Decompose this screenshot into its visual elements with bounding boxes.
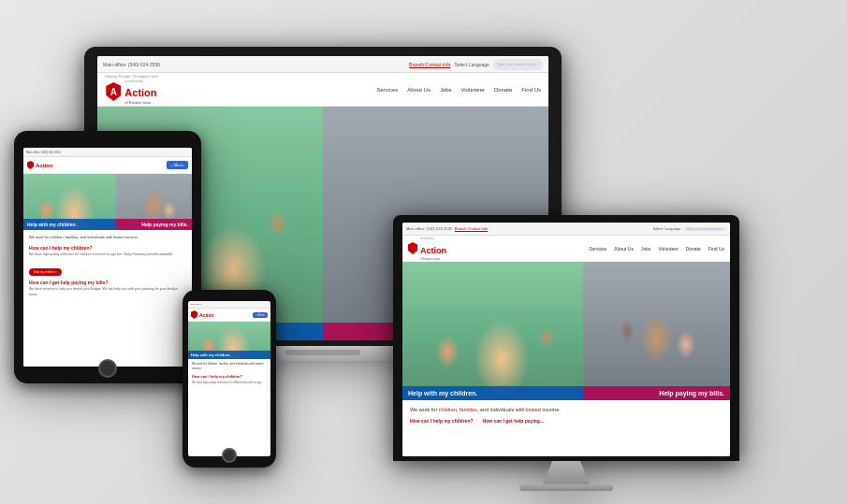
tab-body-text: We work for children, families, and indi… [29,235,186,241]
tab-logo-shield [27,161,34,169]
monitor-logo-shield [408,242,417,254]
monitor-outer: Main office: (540) 624-3536 Branch Conta… [393,215,739,461]
tab-banner-r: Help paying my bills. [116,219,192,230]
monitor-logo-text: community Action of Eastern Iowa [420,237,446,261]
ph-logo-action: Action [199,312,214,318]
laptop-nav-services[interactable]: Services [376,87,398,93]
laptop-topbar: Main office: (540) 624-3536 Branch Conta… [97,56,548,73]
ph-body: We work for children, families, and indi… [188,359,270,456]
laptop-search[interactable]: Type your search terms... [493,59,543,70]
monitor-col1-head: How can I help my children? [410,418,474,424]
ph-hero: Help with my children. [188,322,270,359]
monitor-body-text: We work for children, families, and indi… [410,406,723,414]
laptop-logo-text-group: community Action of Eastern Iowa [124,79,156,105]
monitor-search[interactable]: Type your search terms... [684,227,727,231]
monitor-logo: community Action of Eastern Iowa [408,237,446,261]
phone-content: Main office Action = Menu Help with my c… [188,301,270,456]
ph-body-text: We work for children, families, and indi… [192,362,267,371]
laptop-nav-find[interactable]: Find Us [521,87,541,93]
monitor-hero-img-left [402,262,583,400]
monitor-device: Main office: (540) 624-3536 Branch Conta… [393,215,739,491]
ph-col1-text: We have high quality child care for chil… [192,381,267,384]
tab-hero: Help with my children. Help paying my bi… [23,174,192,230]
tablet-device: Main office: (540) 624-3536 Action = Men… [14,131,201,383]
monitor-content: Main office: (540) 624-3536 Branch Conta… [402,223,730,456]
monitor-banner-right: Help paying my bills. [583,386,731,400]
phone-home-btn[interactable] [222,448,237,463]
tab-phone: Main office: (540) 624-3536 [26,151,61,154]
monitor-phone: Main office: (540) 624-3536 [406,226,452,231]
laptop-nav-donate[interactable]: Donate [494,87,512,93]
laptop-logo-shield [106,82,121,101]
tablet-home-btn[interactable] [98,359,117,378]
tab-col1-btn[interactable]: Help my children > [29,268,62,276]
ph-topbar: Main office [188,301,270,309]
ph-col1-head: How can I help my children? [192,374,267,379]
monitor-language[interactable]: Select Language [652,226,680,231]
monitor-nav-jobs[interactable]: Jobs [641,246,651,252]
monitor-nav-find[interactable]: Find Us [708,246,724,252]
tab-banner-l: Help with my children. [23,219,116,230]
laptop-phone: Main office: (540) 624-3536 [103,62,405,67]
monitor-hero-img-right [583,262,731,400]
laptop-language[interactable]: Select Language [454,62,489,67]
monitor-col-heads: How can I help my children? How can I ge… [410,418,723,424]
monitor-stand [543,461,590,484]
tab-topbar: Main office: (540) 624-3536 [23,148,192,157]
tab-hero-right: Help paying my bills. [116,174,192,230]
monitor-logo-sub: of Eastern Iowa [420,257,446,261]
monitor-logo-action: Action [420,246,446,255]
tab-col2-text: We have services to help you stretch you… [29,287,186,297]
tablet-screen: Main office: (540) 624-3536 Action = Men… [23,148,192,367]
monitor-banner-left: Help with my children. [402,386,583,400]
tab-col1-text: We have high quality child care for chil… [29,252,186,258]
laptop-nav-volunteer[interactable]: Volunteer [461,87,485,93]
monitor-nav-services[interactable]: Services [589,246,606,252]
laptop-navbar: Helping People, Changing Lives community… [97,73,548,107]
monitor-body: We work for children, families, and indi… [402,400,730,456]
tab-body: We work for children, families, and indi… [23,230,192,367]
ph-logo-shield [191,310,197,319]
laptop-logo-community: community [124,79,156,83]
monitor-topbar: Main office: (540) 624-3536 Branch Conta… [402,223,730,236]
laptop-branch-link[interactable]: Branch Contact Info [409,62,450,67]
tab-hero-left: Help with my children. [23,174,116,230]
tablet-outer: Main office: (540) 624-3536 Action = Men… [14,131,201,383]
tablet-content: Main office: (540) 624-3536 Action = Men… [23,148,192,367]
monitor-nav-volunteer[interactable]: Volunteer [659,246,679,252]
laptop-logo: Helping People, Changing Lives community… [105,74,158,105]
tab-navbar: Action = Menu [23,157,192,174]
monitor-nav-items: Services About Us Jobs Volunteer Donate … [589,246,724,252]
monitor-branch-link[interactable]: Branch Contact Info [455,226,488,231]
monitor-col2-head: How can I get help paying... [483,418,545,424]
monitor-hero: Help with my children. Help paying my bi… [402,262,730,400]
laptop-logo-action: Action [124,87,156,98]
monitor-navbar: community Action of Eastern Iowa Service… [402,236,730,262]
tab-col2-head: How can I get help paying my bills? [29,280,186,285]
laptop-nav-items: Services About Us Jobs Volunteer Donate … [376,87,541,93]
monitor-hero-left: Help with my children. [402,262,583,400]
laptop-logo-main: community Action of Eastern Iowa [106,79,156,105]
monitor-nav-about[interactable]: About Us [614,246,634,252]
ph-menu-btn[interactable]: = Menu [253,312,268,318]
tab-logo-action: Action [36,163,53,168]
tab-col1-head: How can I help my children? [29,245,186,251]
laptop-nav-about[interactable]: About Us [407,87,431,93]
ph-phone: Main office [190,303,201,306]
laptop-logo-sub: of Eastern Iowa [124,100,156,105]
phone-screen: Main office Action = Menu Help with my c… [188,301,270,456]
ph-banner: Help with my children. [188,351,270,359]
monitor-hero-right: Help paying my bills. [583,262,731,400]
monitor-screen: Main office: (540) 624-3536 Branch Conta… [402,223,730,456]
monitor-logo-community: community [420,237,446,240]
tab-menu-btn[interactable]: = Menu [167,161,188,169]
monitor-nav-donate[interactable]: Donate [686,246,701,252]
monitor-foot [519,484,613,491]
phone-device: Main office Action = Menu Help with my c… [183,290,276,468]
laptop-nav-jobs[interactable]: Jobs [440,87,452,93]
ph-navbar: Action = Menu [188,309,270,322]
phone-outer: Main office Action = Menu Help with my c… [183,290,276,468]
